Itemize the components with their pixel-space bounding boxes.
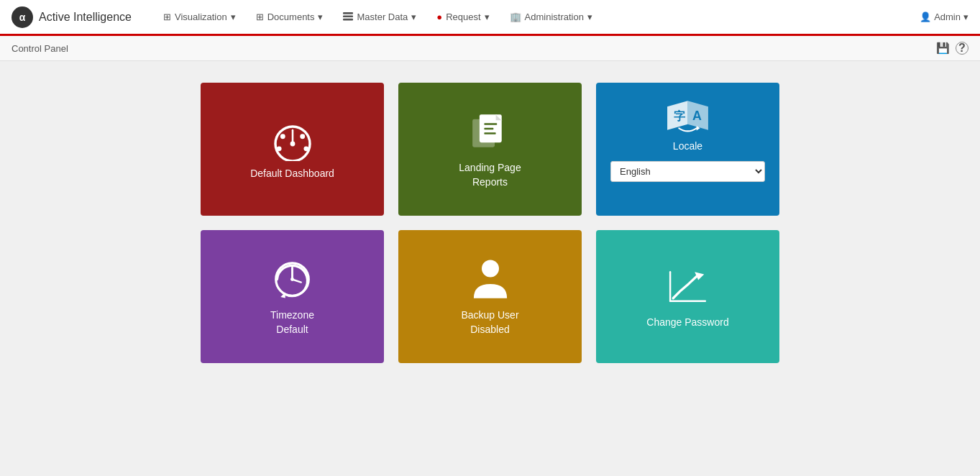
tile-locale[interactable]: 字 A Locale English French Spanish German… [596,83,779,216]
locale-select[interactable]: English French Spanish German Japanese [610,161,765,182]
visualization-icon: ⊞ [163,12,171,22]
svg-point-23 [482,260,499,278]
brand-logo: α [12,6,33,28]
nav-item-request[interactable]: ● Request ▾ [426,0,499,35]
tile-change-password[interactable]: Change Password [596,230,779,363]
documents-label: Documents [267,12,315,22]
brand-name: Active Intelligence [39,11,132,24]
svg-point-6 [276,146,281,151]
timezone-icon [269,256,316,303]
masterdata-label: Master Data [357,12,408,22]
svg-rect-13 [484,128,493,129]
svg-text:A: A [692,109,702,123]
nav-item-master-data[interactable]: Master Data ▾ [333,0,426,35]
nav-item-administration[interactable]: 🏢 Administration ▾ [500,0,603,35]
breadcrumb-text: Control Panel [12,43,68,54]
user-icon: 👤 [920,12,931,22]
navbar: α Active Intelligence ⊞ Visualization ▾ … [0,0,980,36]
brand-logo-text: α [19,12,26,23]
administration-label: Administration [525,12,584,22]
main-content: Default Dashboard Landing P [0,61,980,385]
change-password-label: Change Password [646,316,728,330]
tile-backup-user[interactable]: Backup User Disabled [398,230,582,363]
dashboard-icon [267,118,318,161]
svg-rect-2 [343,19,353,21]
request-icon: ● [436,12,442,22]
tile-timezone[interactable]: Timezone Default [201,230,384,363]
brand-link[interactable]: α Active Intelligence [12,6,132,28]
nav-menu: ⊞ Visualization ▾ ⊞ Documents ▾ Master D… [153,0,920,35]
backup-user-icon [469,256,512,303]
landing-page-label: Landing Page Reports [459,161,521,189]
user-caret: ▾ [963,12,968,22]
user-menu[interactable]: 👤 Admin ▾ [920,12,968,22]
administration-caret: ▾ [587,12,592,22]
nav-item-visualization[interactable]: ⊞ Visualization ▾ [153,0,246,35]
tile-landing-page-reports[interactable]: Landing Page Reports [398,83,582,216]
documents-caret: ▾ [318,12,323,22]
svg-rect-14 [484,133,495,134]
locale-icon: 字 A [664,97,711,137]
help-icon[interactable]: ? [956,42,968,55]
administration-icon: 🏢 [510,12,521,22]
svg-point-21 [290,278,294,281]
tiles-row-1: Default Dashboard Landing P [43,83,937,216]
visualization-label: Visualization [175,12,227,22]
svg-point-5 [290,141,295,146]
svg-rect-0 [343,12,353,14]
masterdata-icon [343,12,353,23]
user-name: Admin [934,12,961,22]
svg-rect-1 [343,16,353,18]
tiles-row-2: Timezone Default Backup User Disabled [43,230,937,363]
svg-point-7 [280,134,285,139]
landing-page-icon [467,109,513,155]
nav-item-documents[interactable]: ⊞ Documents ▾ [246,0,334,35]
breadcrumb-icons: 💾 ? [936,42,968,55]
documents-icon: ⊞ [256,12,264,22]
change-password-icon [664,263,711,310]
breadcrumb-bar: Control Panel 💾 ? [0,36,980,61]
save-icon[interactable]: 💾 [936,42,950,55]
timezone-label: Timezone Default [270,308,314,337]
visualization-caret: ▾ [231,12,236,22]
svg-text:字: 字 [674,109,686,122]
dashboard-label: Default Dashboard [250,167,334,181]
locale-label: Locale [673,139,702,154]
backup-user-label: Backup User Disabled [461,308,518,337]
tile-default-dashboard[interactable]: Default Dashboard [201,83,384,216]
svg-point-8 [300,134,305,139]
svg-rect-12 [484,124,497,125]
svg-point-9 [303,146,308,151]
request-caret: ▾ [485,12,490,22]
masterdata-caret: ▾ [411,12,416,22]
request-label: Request [446,12,480,22]
